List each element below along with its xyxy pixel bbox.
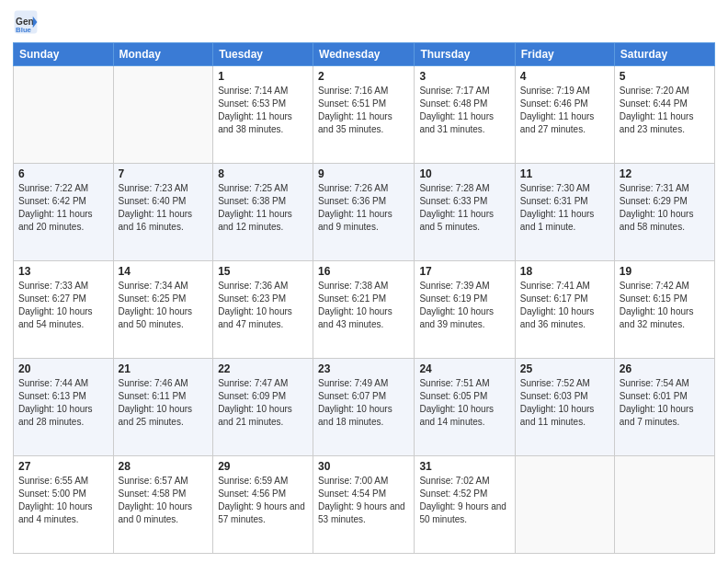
calendar-cell: 9Sunrise: 7:26 AMSunset: 6:36 PMDaylight… xyxy=(313,164,415,261)
calendar-cell: 24Sunrise: 7:51 AMSunset: 6:05 PMDayligh… xyxy=(415,359,515,456)
calendar-cell: 11Sunrise: 7:30 AMSunset: 6:31 PMDayligh… xyxy=(515,164,614,261)
cell-sun-info: Sunrise: 7:28 AMSunset: 6:33 PMDaylight:… xyxy=(419,182,509,234)
calendar-cell: 16Sunrise: 7:38 AMSunset: 6:21 PMDayligh… xyxy=(313,261,415,359)
cell-sun-info: Sunrise: 7:49 AMSunset: 6:07 PMDaylight:… xyxy=(318,377,409,429)
calendar-cell: 10Sunrise: 7:28 AMSunset: 6:33 PMDayligh… xyxy=(415,164,515,261)
cell-day-number: 5 xyxy=(620,70,710,83)
calendar-table: SundayMondayTuesdayWednesdayThursdayFrid… xyxy=(13,42,715,554)
calendar-cell: 19Sunrise: 7:42 AMSunset: 6:15 PMDayligh… xyxy=(614,261,714,359)
cell-day-number: 20 xyxy=(18,362,108,375)
cell-sun-info: Sunrise: 6:55 AMSunset: 5:00 PMDaylight:… xyxy=(18,475,108,526)
cell-day-number: 22 xyxy=(218,362,308,375)
calendar-cell: 1Sunrise: 7:14 AMSunset: 6:53 PMDaylight… xyxy=(213,66,313,164)
calendar-cell: 31Sunrise: 7:02 AMSunset: 4:52 PMDayligh… xyxy=(415,456,515,554)
cell-sun-info: Sunrise: 7:23 AMSunset: 6:40 PMDaylight:… xyxy=(119,182,209,234)
cell-sun-info: Sunrise: 7:39 AMSunset: 6:19 PMDaylight:… xyxy=(419,280,509,331)
cell-day-number: 4 xyxy=(520,70,609,83)
calendar-cell: 25Sunrise: 7:52 AMSunset: 6:03 PMDayligh… xyxy=(515,359,614,456)
calendar-cell: 28Sunrise: 6:57 AMSunset: 4:58 PMDayligh… xyxy=(113,456,213,554)
logo: Gen Blue xyxy=(13,9,42,35)
calendar-cell: 15Sunrise: 7:36 AMSunset: 6:23 PMDayligh… xyxy=(213,261,313,359)
calendar-cell: 23Sunrise: 7:49 AMSunset: 6:07 PMDayligh… xyxy=(313,359,415,456)
cell-day-number: 25 xyxy=(520,362,609,375)
cell-sun-info: Sunrise: 7:25 AMSunset: 6:38 PMDaylight:… xyxy=(218,182,308,234)
weekday-friday: Friday xyxy=(515,43,614,66)
cell-day-number: 29 xyxy=(218,460,308,473)
week-row-4: 20Sunrise: 7:44 AMSunset: 6:13 PMDayligh… xyxy=(14,359,715,456)
logo-icon: Gen Blue xyxy=(13,9,39,35)
cell-sun-info: Sunrise: 7:19 AMSunset: 6:46 PMDaylight:… xyxy=(520,85,609,136)
cell-sun-info: Sunrise: 7:14 AMSunset: 6:53 PMDaylight:… xyxy=(218,85,308,136)
week-row-5: 27Sunrise: 6:55 AMSunset: 5:00 PMDayligh… xyxy=(14,456,715,554)
cell-sun-info: Sunrise: 7:36 AMSunset: 6:23 PMDaylight:… xyxy=(218,280,308,331)
weekday-saturday: Saturday xyxy=(614,43,714,66)
cell-sun-info: Sunrise: 7:30 AMSunset: 6:31 PMDaylight:… xyxy=(520,182,609,234)
cell-sun-info: Sunrise: 6:57 AMSunset: 4:58 PMDaylight:… xyxy=(119,475,209,526)
cell-sun-info: Sunrise: 7:17 AMSunset: 6:48 PMDaylight:… xyxy=(419,85,509,136)
weekday-sunday: Sunday xyxy=(14,43,114,66)
cell-day-number: 10 xyxy=(419,167,509,180)
cell-day-number: 23 xyxy=(318,362,409,375)
calendar-cell: 13Sunrise: 7:33 AMSunset: 6:27 PMDayligh… xyxy=(14,261,114,359)
cell-sun-info: Sunrise: 7:20 AMSunset: 6:44 PMDaylight:… xyxy=(620,85,710,136)
cell-day-number: 28 xyxy=(119,460,209,473)
calendar-cell: 21Sunrise: 7:46 AMSunset: 6:11 PMDayligh… xyxy=(113,359,213,456)
cell-sun-info: Sunrise: 7:02 AMSunset: 4:52 PMDaylight:… xyxy=(419,475,509,526)
calendar-cell: 22Sunrise: 7:47 AMSunset: 6:09 PMDayligh… xyxy=(213,359,313,456)
cell-day-number: 13 xyxy=(18,265,108,278)
calendar-cell: 18Sunrise: 7:41 AMSunset: 6:17 PMDayligh… xyxy=(515,261,614,359)
cell-sun-info: Sunrise: 7:42 AMSunset: 6:15 PMDaylight:… xyxy=(620,280,710,331)
weekday-thursday: Thursday xyxy=(415,43,515,66)
cell-day-number: 7 xyxy=(119,167,209,180)
weekday-monday: Monday xyxy=(113,43,213,66)
calendar-cell: 26Sunrise: 7:54 AMSunset: 6:01 PMDayligh… xyxy=(614,359,714,456)
calendar-cell: 7Sunrise: 7:23 AMSunset: 6:40 PMDaylight… xyxy=(113,164,213,261)
calendar-cell: 2Sunrise: 7:16 AMSunset: 6:51 PMDaylight… xyxy=(313,66,415,164)
cell-day-number: 1 xyxy=(218,70,308,83)
weekday-header-row: SundayMondayTuesdayWednesdayThursdayFrid… xyxy=(14,43,715,66)
cell-sun-info: Sunrise: 7:22 AMSunset: 6:42 PMDaylight:… xyxy=(18,182,108,234)
calendar-cell xyxy=(515,456,614,554)
calendar-cell: 17Sunrise: 7:39 AMSunset: 6:19 PMDayligh… xyxy=(415,261,515,359)
cell-day-number: 31 xyxy=(419,460,509,473)
cell-day-number: 27 xyxy=(18,460,108,473)
cell-sun-info: Sunrise: 7:00 AMSunset: 4:54 PMDaylight:… xyxy=(318,475,409,526)
cell-sun-info: Sunrise: 7:52 AMSunset: 6:03 PMDaylight:… xyxy=(520,377,609,429)
cell-day-number: 24 xyxy=(419,362,509,375)
cell-sun-info: Sunrise: 7:41 AMSunset: 6:17 PMDaylight:… xyxy=(520,280,609,331)
cell-day-number: 12 xyxy=(620,167,710,180)
cell-sun-info: Sunrise: 7:31 AMSunset: 6:29 PMDaylight:… xyxy=(620,182,710,234)
week-row-1: 1Sunrise: 7:14 AMSunset: 6:53 PMDaylight… xyxy=(14,66,715,164)
calendar-cell: 14Sunrise: 7:34 AMSunset: 6:25 PMDayligh… xyxy=(113,261,213,359)
cell-day-number: 18 xyxy=(520,265,609,278)
cell-day-number: 19 xyxy=(620,265,710,278)
cell-day-number: 6 xyxy=(18,167,108,180)
weekday-wednesday: Wednesday xyxy=(313,43,415,66)
cell-sun-info: Sunrise: 7:54 AMSunset: 6:01 PMDaylight:… xyxy=(620,377,710,429)
calendar-cell xyxy=(14,66,114,164)
cell-sun-info: Sunrise: 7:33 AMSunset: 6:27 PMDaylight:… xyxy=(18,280,108,331)
calendar-cell: 30Sunrise: 7:00 AMSunset: 4:54 PMDayligh… xyxy=(313,456,415,554)
cell-sun-info: Sunrise: 7:26 AMSunset: 6:36 PMDaylight:… xyxy=(318,182,409,234)
cell-day-number: 16 xyxy=(318,265,409,278)
cell-day-number: 26 xyxy=(620,362,710,375)
cell-day-number: 17 xyxy=(419,265,509,278)
cell-sun-info: Sunrise: 7:44 AMSunset: 6:13 PMDaylight:… xyxy=(18,377,108,429)
cell-day-number: 11 xyxy=(520,167,609,180)
calendar-cell xyxy=(614,456,714,554)
cell-day-number: 3 xyxy=(419,70,509,83)
cell-sun-info: Sunrise: 7:16 AMSunset: 6:51 PMDaylight:… xyxy=(318,85,409,136)
cell-day-number: 21 xyxy=(119,362,209,375)
calendar-cell: 8Sunrise: 7:25 AMSunset: 6:38 PMDaylight… xyxy=(213,164,313,261)
calendar-cell: 6Sunrise: 7:22 AMSunset: 6:42 PMDaylight… xyxy=(14,164,114,261)
cell-sun-info: Sunrise: 7:46 AMSunset: 6:11 PMDaylight:… xyxy=(119,377,209,429)
header: Gen Blue xyxy=(13,9,715,35)
calendar-cell: 20Sunrise: 7:44 AMSunset: 6:13 PMDayligh… xyxy=(14,359,114,456)
cell-sun-info: Sunrise: 7:47 AMSunset: 6:09 PMDaylight:… xyxy=(218,377,308,429)
cell-day-number: 9 xyxy=(318,167,409,180)
cell-day-number: 15 xyxy=(218,265,308,278)
cell-sun-info: Sunrise: 7:38 AMSunset: 6:21 PMDaylight:… xyxy=(318,280,409,331)
cell-sun-info: Sunrise: 7:34 AMSunset: 6:25 PMDaylight:… xyxy=(119,280,209,331)
calendar-cell xyxy=(113,66,213,164)
cell-day-number: 30 xyxy=(318,460,409,473)
